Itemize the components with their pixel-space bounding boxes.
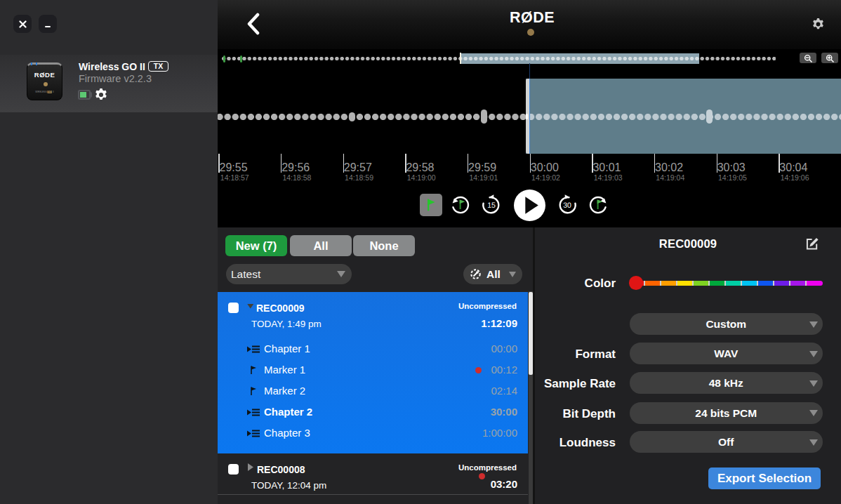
svg-text:15: 15 bbox=[487, 201, 496, 209]
svg-text:30: 30 bbox=[563, 201, 571, 209]
